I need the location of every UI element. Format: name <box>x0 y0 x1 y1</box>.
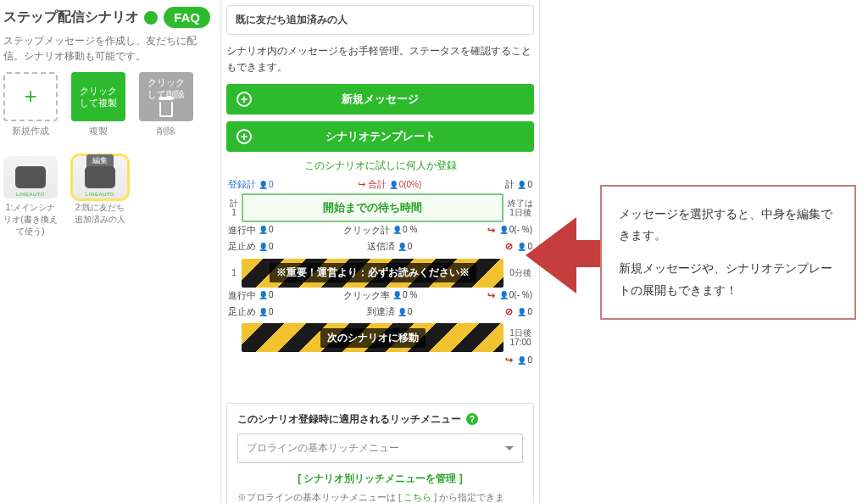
new-scenario-button[interactable]: + 新規作成 <box>3 72 58 137</box>
bar-trail-3: 1日後 17:00 <box>504 328 534 347</box>
scenario-thumb-1[interactable]: LINEAUTO 1:メインシナリオ(書き換えて使う) <box>3 156 58 238</box>
rich-menu-card: このシナリオ登録時に適用されるリッチメニュー ? プロラインの基本リッチメニュー… <box>226 403 534 503</box>
scenario-template-button[interactable]: + シナリオテンプレート <box>226 121 534 152</box>
stat-total: ↪ 合計0(0%) <box>358 178 422 191</box>
stat-registered[interactable]: 登録計0 <box>228 178 274 191</box>
message-block-1: 登録計0 ↪ 合計0(0%) 計0 計1 開始までの待ち時間 終了は 1日後 進… <box>226 176 534 254</box>
bar-trail-1: 終了は 1日後 <box>504 198 534 217</box>
rich-menu-select[interactable]: プロラインの基本リッチメニュー <box>237 433 523 463</box>
delete-button[interactable]: クリック して削除 削除 <box>139 72 193 137</box>
arrow-left-icon <box>526 217 576 293</box>
faq-button[interactable]: FAQ <box>164 7 210 28</box>
chevron-down-icon <box>505 446 514 455</box>
bar-lead-2: 1 <box>226 268 242 277</box>
stat-progress: 進行中0 <box>228 289 274 302</box>
scenario-thumb-2[interactable]: 編集中LINEAUTO 2:既に友だち追加済みの人 <box>73 156 127 238</box>
rich-menu-heading: このシナリオ登録時に適用されるリッチメニュー <box>237 412 461 427</box>
register-test-link[interactable]: このシナリオに試しに何人か登録 <box>226 159 534 173</box>
delete-label: 削除 <box>139 125 193 137</box>
stat-clickrate: クリック計0 % <box>343 224 417 237</box>
scenario-title: 既に友だち追加済みの人 <box>227 6 533 34</box>
sidebar-description: ステップメッセージを作成し、友だちに配信。シナリオ移動も可能です。 <box>3 33 210 64</box>
new-message-button[interactable]: + 新規メッセージ <box>226 84 534 115</box>
callout-box: メッセージを選択すると、中身を編集できます。 新規メッセージや、シナリオテンプレ… <box>600 185 856 320</box>
message-block-3: 次のシナリオに移動 1日後 17:00 0 <box>226 323 534 368</box>
stat-sent: 送信済0 <box>367 240 413 253</box>
bar-lead-1: 計1 <box>226 198 242 217</box>
scenario-title-card: 既に友だち追加済みの人 <box>226 5 534 35</box>
chat-icon <box>15 166 46 188</box>
message-bar-next[interactable]: 次のシナリオに移動 <box>242 323 504 352</box>
message-bar-wait[interactable]: 開始までの待ち時間 <box>242 193 504 222</box>
stat-progress: 進行中0 <box>228 224 274 237</box>
help-icon[interactable]: ? <box>466 413 478 425</box>
delete-box: クリック して削除 <box>139 72 193 121</box>
rich-note-link[interactable]: こちら <box>403 492 431 502</box>
info-icon[interactable] <box>144 11 158 25</box>
sidebar: ステップ配信シナリオ FAQ ステップメッセージを作成し、友だちに配信。シナリオ… <box>0 0 219 246</box>
scenario-thumb-1-label: 1:メインシナリオ(書き換えて使う) <box>3 202 58 238</box>
duplicate-label: 複製 <box>71 125 125 137</box>
message-bar-important[interactable]: ※重要！運営より：必ずお読みください※ <box>242 259 504 288</box>
message-block-2: 1 ※重要！運営より：必ずお読みください※ 0分後 進行中0 クリック率0 % … <box>226 259 534 321</box>
chat-icon <box>85 166 115 188</box>
new-label: 新規作成 <box>3 125 58 137</box>
stat-blocked: 0 <box>505 305 532 318</box>
stat-clickrate: クリック率0 % <box>343 289 417 302</box>
plus-circle-icon: + <box>236 129 252 144</box>
main-panel: 既に友だち追加済みの人 シナリオ内のメッセージをお手軽管理。ステータスを確認する… <box>220 0 540 503</box>
callout-line-1: メッセージを選択すると、中身を編集できます。 <box>619 204 837 246</box>
main-description: シナリオ内のメッセージをお手軽管理。ステータスを確認することもできます。 <box>226 43 534 75</box>
plus-circle-icon: + <box>236 92 252 107</box>
stat-stopped: 足止め0 <box>228 240 274 253</box>
scenario-thumb-2-label: 2:既に友だち追加済みの人 <box>73 202 127 226</box>
stat-count: 計0 <box>505 178 532 191</box>
duplicate-box: クリック して複製 <box>71 72 125 121</box>
stat-reached: 到達済0 <box>367 305 413 318</box>
rich-menu-note: ※プロラインの基本リッチメニューは [ こちら ] から指定できます。 <box>237 491 523 503</box>
sidebar-title: ステップ配信シナリオ <box>3 8 139 26</box>
callout: メッセージを選択すると、中身を編集できます。 新規メッセージや、シナリオテンプレ… <box>551 185 856 320</box>
stat-stopped: 足止め0 <box>228 305 274 318</box>
plus-icon: + <box>3 72 58 121</box>
duplicate-button[interactable]: クリック して複製 複製 <box>71 72 125 137</box>
stat-exit: 0 <box>505 354 532 366</box>
callout-line-2: 新規メッセージや、シナリオテンプレートの展開もできます！ <box>619 258 837 300</box>
trash-icon <box>159 102 173 117</box>
rich-menu-manage-link[interactable]: [ シナリオ別リッチメニューを管理 ] <box>237 472 523 486</box>
